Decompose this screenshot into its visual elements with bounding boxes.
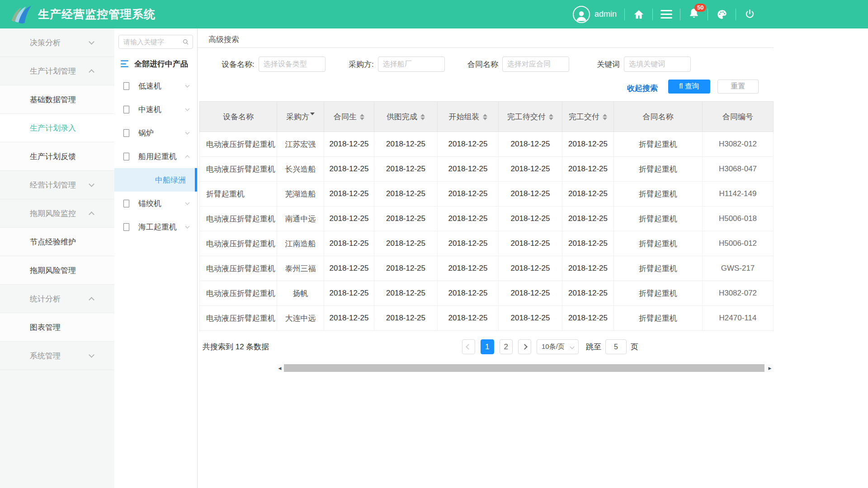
- user-avatar[interactable]: [573, 6, 590, 23]
- tree-root-all-products[interactable]: 全部进行中产品: [114, 53, 197, 74]
- table-row: 电动液压折臂起重机江苏宏强2018-12-252018-12-252018-12…: [200, 132, 774, 157]
- sort-desc-icon: [549, 117, 553, 120]
- scrollbar-thumb[interactable]: [284, 364, 764, 372]
- sidebar-item-基础数据管理[interactable]: 基础数据管理: [0, 85, 114, 114]
- column-header-设备名称: 设备名称: [200, 102, 277, 132]
- column-header-label: 合同编号: [722, 113, 753, 121]
- collapse-search-link[interactable]: 收起搜索: [627, 83, 658, 94]
- jump-suffix: 页: [631, 342, 638, 352]
- sidebar-item-经营计划管理[interactable]: 经营计划管理: [0, 171, 114, 199]
- table-cell: 2018-12-25: [324, 281, 374, 306]
- filter-label: 设备名称:: [222, 59, 255, 70]
- menu-icon[interactable]: [660, 10, 672, 19]
- scroll-right-arrow-icon[interactable]: ▶: [767, 364, 773, 372]
- sidebar-item-图表管理[interactable]: 图表管理: [0, 313, 114, 342]
- table-cell: 南通中远: [277, 206, 324, 231]
- sidebar-item-决策分析[interactable]: 决策分析: [0, 28, 114, 57]
- sidebar-item-生产计划反馈[interactable]: 生产计划反馈: [0, 142, 114, 171]
- sort-desc-icon: [420, 117, 425, 120]
- chevron-right-icon: [522, 344, 528, 350]
- filter-input-4[interactable]: [624, 56, 691, 72]
- table-cell: 2018-12-25: [499, 306, 562, 331]
- sidebar-item-系统管理[interactable]: 系统管理: [0, 342, 114, 370]
- tree-node-锅炉[interactable]: 锅炉: [114, 121, 197, 145]
- table-cell: 2018-12-25: [499, 231, 562, 256]
- tree-node-锚绞机[interactable]: 锚绞机: [114, 192, 197, 215]
- column-header-合同生[interactable]: 合同生: [324, 102, 374, 132]
- tree-node-低速机[interactable]: 低速机: [114, 74, 197, 98]
- scroll-left-arrow-icon[interactable]: ◀: [277, 364, 283, 372]
- table-cell: 2018-12-25: [438, 306, 499, 331]
- search-icon[interactable]: [182, 38, 189, 45]
- sidebar-item-生产计划管理[interactable]: 生产计划管理: [0, 57, 114, 85]
- table-cell: 2018-12-25: [374, 306, 438, 331]
- sidebar-item-拖期风险管理[interactable]: 拖期风险管理: [0, 256, 114, 285]
- prev-page-button[interactable]: [462, 339, 475, 354]
- page-button-1[interactable]: 1: [481, 339, 494, 354]
- table-cell: 2018-12-25: [374, 182, 438, 206]
- page-button-2[interactable]: 2: [500, 339, 513, 354]
- sidebar-item-label: 决策分析: [30, 38, 90, 48]
- table-cell: 2018-12-25: [438, 281, 499, 306]
- table-cell: 2018-12-25: [562, 256, 614, 281]
- table-cell: 江苏宏强: [277, 132, 324, 157]
- sidebar-item-label: 图表管理: [30, 322, 94, 333]
- query-button[interactable]: ﬂ 查询: [668, 80, 710, 94]
- tree-search-input[interactable]: [123, 38, 182, 46]
- tab-advanced-search[interactable]: 高级搜索: [208, 34, 239, 45]
- table-cell: 2018-12-25: [438, 256, 499, 281]
- sidebar-item-生产计划录入[interactable]: 生产计划录入: [0, 114, 114, 142]
- pagination: 12 10条/页 跳至 页: [462, 339, 638, 354]
- tree-node-label: 锅炉: [138, 128, 186, 138]
- table-cell: 2018-12-25: [562, 157, 614, 182]
- column-header-label: 合同生: [334, 113, 357, 121]
- column-header-供图完成[interactable]: 供图完成: [374, 102, 438, 132]
- table-cell: 2018-12-25: [374, 157, 438, 182]
- filter-field: 合同名称: [467, 56, 569, 72]
- notifications-button[interactable]: 50: [688, 8, 700, 21]
- jump-page-input[interactable]: [605, 339, 627, 354]
- sort-icon: [603, 114, 607, 120]
- power-icon[interactable]: [744, 8, 756, 20]
- tree-node-海工起重机[interactable]: 海工起重机: [114, 215, 197, 239]
- sidebar-item-拖期风险监控[interactable]: 拖期风险监控: [0, 199, 114, 228]
- palette-icon[interactable]: [716, 8, 728, 20]
- sidebar-item-label: 生产计划录入: [30, 123, 94, 133]
- table-header-row: 设备名称采购方合同生供图完成开始组装完工待交付完工交付合同名称合同编号: [200, 102, 774, 132]
- table-cell: 2018-12-25: [499, 281, 562, 306]
- sidebar-item-label: 基础数据管理: [30, 94, 94, 105]
- page-size-select[interactable]: 10条/页: [537, 339, 579, 354]
- sidebar-item-统计分析[interactable]: 统计分析: [0, 285, 114, 313]
- next-page-button[interactable]: [518, 339, 531, 354]
- column-header-完工待交付[interactable]: 完工待交付: [499, 102, 562, 132]
- column-header-开始组装[interactable]: 开始组装: [438, 102, 499, 132]
- sidebar-item-label: 生产计划管理: [30, 66, 90, 76]
- column-header-完工交付[interactable]: 完工交付: [562, 102, 614, 132]
- table-cell: 2018-12-25: [324, 206, 374, 231]
- table-cell: 2018-12-25: [499, 182, 562, 206]
- home-icon[interactable]: [632, 8, 645, 20]
- table-cell: 2018-12-25: [562, 306, 614, 331]
- reset-button[interactable]: 重置: [717, 80, 759, 94]
- sidebar-item-label: 统计分析: [30, 294, 90, 304]
- username[interactable]: admin: [594, 9, 617, 19]
- filter-input-1[interactable]: [259, 56, 326, 72]
- table-row: 电动液压折臂起重机扬帆2018-12-252018-12-252018-12-2…: [200, 281, 774, 306]
- sidebar-item-label: 节点经验维护: [30, 237, 94, 247]
- tree-node-中船绿洲[interactable]: 中船绿洲: [114, 168, 197, 192]
- column-header-合同名称: 合同名称: [614, 102, 703, 132]
- sidebar-item-节点经验维护[interactable]: 节点经验维护: [0, 228, 114, 256]
- chevron-down-icon: [185, 200, 190, 205]
- filter-input-2[interactable]: [378, 56, 445, 72]
- tree-node-船用起重机[interactable]: 船用起重机: [114, 145, 197, 168]
- table-row: 电动液压折臂起重机江南造船2018-12-252018-12-252018-12…: [200, 231, 774, 256]
- table-cell: 大连中远: [277, 306, 324, 331]
- tree-node-label: 船用起重机: [138, 151, 186, 162]
- filter-input-3[interactable]: [502, 56, 569, 72]
- column-header-采购方[interactable]: 采购方: [277, 102, 324, 132]
- sidebar-item-label: 经营计划管理: [30, 180, 90, 190]
- tree-node-中速机[interactable]: 中速机: [114, 98, 197, 121]
- tree-search-box: [118, 35, 193, 49]
- table-cell: 电动液压折臂起重机: [200, 306, 277, 331]
- column-header-label: 供图完成: [387, 113, 417, 121]
